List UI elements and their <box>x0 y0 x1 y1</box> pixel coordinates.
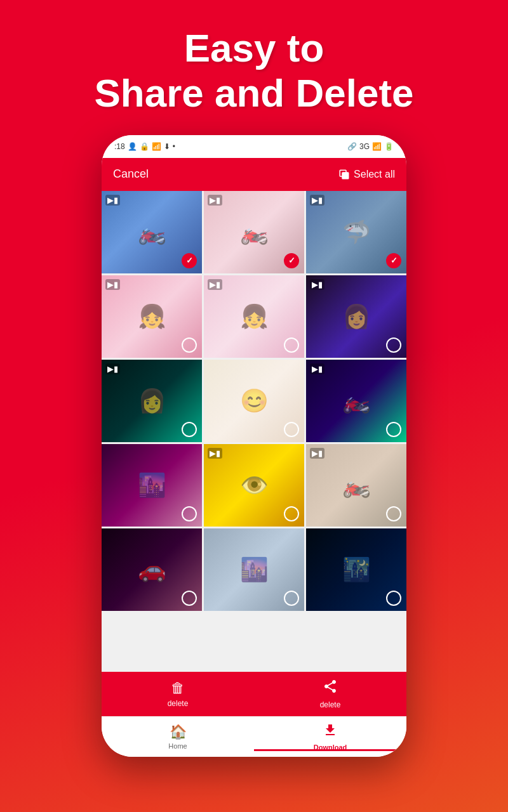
status-dot: • <box>173 142 175 151</box>
grid-item-emoji-10: 🌆 <box>138 472 166 499</box>
nav-download[interactable]: Download <box>254 723 406 751</box>
grid-item-emoji-15: 🌃 <box>342 556 371 583</box>
share-icon <box>323 679 338 698</box>
grid-item-emoji-2: 🏍️ <box>240 219 269 246</box>
grid-item-emoji-1: 🏍️ <box>138 219 166 246</box>
select-circle-10[interactable] <box>182 506 197 521</box>
hero-title: Easy to Share and Delete <box>56 0 451 135</box>
video-icon-11: ▶▮ <box>208 448 222 459</box>
video-icon-12: ▶▮ <box>310 448 324 459</box>
status-right: 🔗 3G 📶 🔋 <box>347 142 394 151</box>
select-circle-13[interactable] <box>182 591 197 606</box>
video-icon-7: ▶▮ <box>105 363 120 374</box>
grid-item-emoji-9: 🏍️ <box>342 388 371 414</box>
photo-grid: 🏍️▶▮🏍️▶▮🦈▶▮👧▶▮👧▶▮👩▶▮👩▶▮😊🏍️▶▮🌆👁️▶▮🏍️▶▮🚗🌆🌃 <box>102 191 406 611</box>
trash-icon: 🗑 <box>171 680 185 697</box>
grid-item-emoji-12: 🏍️ <box>342 472 371 499</box>
status-left: :18 👤 🔒 📶 ⬇ • <box>114 142 175 151</box>
video-icon-3: ▶▮ <box>310 195 324 206</box>
select-circle-7[interactable] <box>182 422 197 437</box>
app-header: Cancel Select all <box>102 158 406 191</box>
grid-item-emoji-4: 👧 <box>138 303 166 330</box>
grid-item-emoji-5: 👧 <box>240 303 269 330</box>
select-circle-14[interactable] <box>284 591 299 606</box>
status-download-icon: ⬇ <box>164 142 170 151</box>
grid-item-emoji-8: 😊 <box>240 388 269 414</box>
share-button[interactable]: delete <box>254 679 406 709</box>
status-network: 3G <box>359 142 370 151</box>
delete-label: delete <box>168 699 189 708</box>
grid-item-15[interactable]: 🌃 <box>306 528 406 611</box>
select-circle-2[interactable] <box>284 253 299 268</box>
grid-item-7[interactable]: 👩▶▮ <box>102 360 202 442</box>
grid-item-2[interactable]: 🏍️▶▮ <box>204 191 304 273</box>
select-all-button[interactable]: Select all <box>338 169 395 180</box>
select-circle-4[interactable] <box>182 337 197 353</box>
grid-item-8[interactable]: 😊 <box>204 360 304 442</box>
select-circle-12[interactable] <box>386 506 401 521</box>
delete-button[interactable]: 🗑 delete <box>102 680 254 708</box>
grid-item-emoji-3: 🦈 <box>342 219 371 246</box>
status-bar: :18 👤 🔒 📶 ⬇ • 🔗 3G 📶 🔋 <box>102 135 406 158</box>
select-circle-1[interactable] <box>182 253 197 268</box>
grid-item-1[interactable]: 🏍️▶▮ <box>102 191 202 273</box>
grid-item-emoji-7: 👩 <box>138 388 166 414</box>
video-icon-9: ▶▮ <box>310 363 324 374</box>
status-time: :18 <box>114 142 125 151</box>
select-circle-5[interactable] <box>284 337 299 353</box>
nav-home[interactable]: 🏠 Home <box>102 724 254 750</box>
video-icon-5: ▶▮ <box>208 279 222 290</box>
download-nav-icon <box>323 723 338 742</box>
status-portrait-icon: 👤 <box>128 142 137 151</box>
video-icon-6: ▶▮ <box>310 279 324 290</box>
photo-grid-container: 🏍️▶▮🏍️▶▮🦈▶▮👧▶▮👧▶▮👩▶▮👩▶▮😊🏍️▶▮🌆👁️▶▮🏍️▶▮🚗🌆🌃 <box>102 191 406 672</box>
status-lock-icon: 🔒 <box>140 142 149 151</box>
nav-active-indicator <box>254 749 406 751</box>
phone-mockup: :18 👤 🔒 📶 ⬇ • 🔗 3G 📶 🔋 Cancel Select all <box>102 135 406 757</box>
video-icon-4: ▶▮ <box>105 279 120 290</box>
grid-item-10[interactable]: 🌆 <box>102 444 202 527</box>
grid-item-emoji-6: 👩 <box>342 303 371 330</box>
select-circle-9[interactable] <box>386 422 401 437</box>
status-battery: 🔋 <box>384 142 394 151</box>
grid-item-4[interactable]: 👧▶▮ <box>102 275 202 358</box>
select-circle-8[interactable] <box>284 422 299 437</box>
grid-item-14[interactable]: 🌆 <box>204 528 304 611</box>
grid-item-12[interactable]: 🏍️▶▮ <box>306 444 406 527</box>
action-bar: 🗑 delete delete <box>102 672 406 716</box>
grid-item-5[interactable]: 👧▶▮ <box>204 275 304 358</box>
bottom-nav: 🏠 Home Download <box>102 716 406 757</box>
status-signal-bars: 📶 <box>372 142 382 151</box>
select-all-icon <box>338 169 350 180</box>
grid-item-emoji-14: 🌆 <box>240 556 269 583</box>
share-label: delete <box>320 700 341 709</box>
status-signal-icon: 📶 <box>152 142 161 151</box>
grid-item-emoji-11: 👁️ <box>240 472 269 499</box>
grid-item-3[interactable]: 🦈▶▮ <box>306 191 406 273</box>
video-icon-1: ▶▮ <box>105 195 120 206</box>
status-link-icon: 🔗 <box>347 142 357 151</box>
svg-rect-1 <box>342 173 349 179</box>
select-circle-11[interactable] <box>284 506 299 521</box>
video-icon-2: ▶▮ <box>208 195 222 206</box>
select-circle-6[interactable] <box>386 337 401 353</box>
home-label: Home <box>168 742 187 750</box>
grid-item-9[interactable]: 🏍️▶▮ <box>306 360 406 442</box>
grid-item-11[interactable]: 👁️▶▮ <box>204 444 304 527</box>
select-all-label: Select all <box>354 169 395 180</box>
select-circle-3[interactable] <box>386 253 401 268</box>
grid-item-13[interactable]: 🚗 <box>102 528 202 611</box>
select-circle-15[interactable] <box>386 591 401 606</box>
grid-item-emoji-13: 🚗 <box>138 556 166 583</box>
home-icon: 🏠 <box>170 724 187 740</box>
cancel-button[interactable]: Cancel <box>113 167 149 181</box>
grid-item-6[interactable]: 👩▶▮ <box>306 275 406 358</box>
